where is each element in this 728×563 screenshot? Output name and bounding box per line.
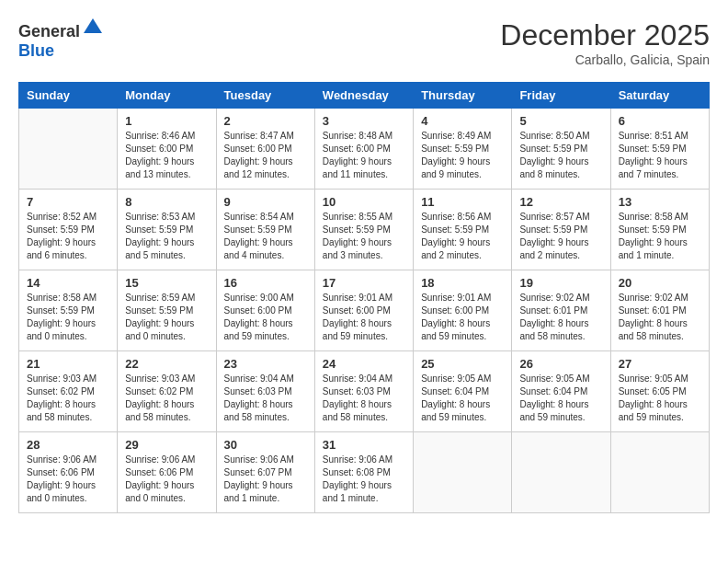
day-number: 4	[421, 114, 504, 128]
page-header: General Blue December 2025 Carballo, Gal…	[18, 18, 710, 67]
day-number: 10	[323, 195, 405, 209]
calendar-cell: 29Sunrise: 9:06 AMSunset: 6:06 PMDayligh…	[118, 432, 216, 513]
day-info: Sunrise: 8:59 AMSunset: 5:59 PMDaylight:…	[125, 292, 208, 343]
calendar-cell	[610, 432, 709, 513]
day-info: Sunrise: 9:01 AMSunset: 6:00 PMDaylight:…	[421, 292, 504, 343]
day-number: 2	[224, 114, 307, 128]
calendar-cell: 5Sunrise: 8:50 AMSunset: 5:59 PMDaylight…	[512, 109, 610, 190]
calendar-cell: 23Sunrise: 9:04 AMSunset: 6:03 PMDayligh…	[216, 351, 314, 432]
day-info: Sunrise: 9:06 AMSunset: 6:06 PMDaylight:…	[125, 454, 208, 505]
day-number: 29	[125, 438, 208, 452]
day-number: 13	[619, 195, 701, 209]
calendar-cell: 3Sunrise: 8:48 AMSunset: 6:00 PMDaylight…	[314, 109, 413, 190]
day-info: Sunrise: 9:02 AMSunset: 6:01 PMDaylight:…	[519, 292, 602, 343]
day-info: Sunrise: 9:03 AMSunset: 6:02 PMDaylight:…	[125, 373, 208, 424]
day-info: Sunrise: 9:05 AMSunset: 6:04 PMDaylight:…	[519, 373, 602, 424]
calendar-cell: 15Sunrise: 8:59 AMSunset: 5:59 PMDayligh…	[118, 270, 216, 351]
calendar-cell: 10Sunrise: 8:55 AMSunset: 5:59 PMDayligh…	[314, 190, 413, 270]
day-info: Sunrise: 8:56 AMSunset: 5:59 PMDaylight:…	[421, 211, 504, 262]
day-info: Sunrise: 8:47 AMSunset: 6:00 PMDaylight:…	[224, 130, 307, 181]
day-info: Sunrise: 9:03 AMSunset: 6:02 PMDaylight:…	[27, 373, 109, 424]
day-number: 5	[519, 114, 602, 128]
calendar-week-4: 21Sunrise: 9:03 AMSunset: 6:02 PMDayligh…	[19, 351, 710, 432]
day-info: Sunrise: 9:06 AMSunset: 6:08 PMDaylight:…	[323, 454, 405, 505]
day-number: 17	[323, 276, 405, 290]
day-info: Sunrise: 9:01 AMSunset: 6:00 PMDaylight:…	[323, 292, 405, 343]
calendar-cell: 24Sunrise: 9:04 AMSunset: 6:03 PMDayligh…	[314, 351, 413, 432]
day-info: Sunrise: 9:02 AMSunset: 6:01 PMDaylight:…	[619, 292, 701, 343]
day-number: 30	[224, 438, 307, 452]
calendar-header-monday: Monday	[118, 83, 216, 109]
day-number: 21	[27, 357, 109, 371]
calendar-cell: 13Sunrise: 8:58 AMSunset: 5:59 PMDayligh…	[610, 190, 709, 270]
calendar-cell	[414, 432, 512, 513]
calendar-header-saturday: Saturday	[610, 83, 709, 109]
day-number: 7	[27, 195, 109, 209]
day-info: Sunrise: 8:54 AMSunset: 5:59 PMDaylight:…	[224, 211, 307, 262]
day-number: 16	[224, 276, 307, 290]
logo-general: General	[18, 22, 80, 40]
title-block: December 2025 Carballo, Galicia, Spain	[500, 18, 710, 67]
calendar-header-row: SundayMondayTuesdayWednesdayThursdayFrid…	[19, 83, 710, 109]
day-info: Sunrise: 8:55 AMSunset: 5:59 PMDaylight:…	[323, 211, 405, 262]
day-number: 19	[519, 276, 602, 290]
day-info: Sunrise: 8:58 AMSunset: 5:59 PMDaylight:…	[619, 211, 701, 262]
calendar-week-5: 28Sunrise: 9:06 AMSunset: 6:06 PMDayligh…	[19, 432, 710, 513]
day-info: Sunrise: 8:53 AMSunset: 5:59 PMDaylight:…	[125, 211, 208, 262]
calendar-week-2: 7Sunrise: 8:52 AMSunset: 5:59 PMDaylight…	[19, 190, 710, 270]
calendar-cell: 18Sunrise: 9:01 AMSunset: 6:00 PMDayligh…	[414, 270, 512, 351]
calendar-header-thursday: Thursday	[414, 83, 512, 109]
calendar-cell: 11Sunrise: 8:56 AMSunset: 5:59 PMDayligh…	[414, 190, 512, 270]
calendar-cell: 20Sunrise: 9:02 AMSunset: 6:01 PMDayligh…	[610, 270, 709, 351]
calendar-week-3: 14Sunrise: 8:58 AMSunset: 5:59 PMDayligh…	[19, 270, 710, 351]
calendar-header-friday: Friday	[512, 83, 610, 109]
svg-marker-0	[84, 18, 102, 33]
logo: General Blue	[18, 18, 104, 61]
day-info: Sunrise: 9:06 AMSunset: 6:06 PMDaylight:…	[27, 454, 109, 505]
day-info: Sunrise: 8:48 AMSunset: 6:00 PMDaylight:…	[323, 130, 405, 181]
day-number: 24	[323, 357, 405, 371]
day-info: Sunrise: 9:00 AMSunset: 6:00 PMDaylight:…	[224, 292, 307, 343]
day-info: Sunrise: 9:05 AMSunset: 6:04 PMDaylight:…	[421, 373, 504, 424]
calendar-week-1: 1Sunrise: 8:46 AMSunset: 6:00 PMDaylight…	[19, 109, 710, 190]
calendar-cell: 26Sunrise: 9:05 AMSunset: 6:04 PMDayligh…	[512, 351, 610, 432]
logo-icon	[82, 17, 104, 35]
calendar-cell: 17Sunrise: 9:01 AMSunset: 6:00 PMDayligh…	[314, 270, 413, 351]
calendar-cell	[512, 432, 610, 513]
calendar-cell: 16Sunrise: 9:00 AMSunset: 6:00 PMDayligh…	[216, 270, 314, 351]
calendar-cell: 21Sunrise: 9:03 AMSunset: 6:02 PMDayligh…	[19, 351, 118, 432]
day-info: Sunrise: 9:04 AMSunset: 6:03 PMDaylight:…	[224, 373, 307, 424]
calendar-cell: 7Sunrise: 8:52 AMSunset: 5:59 PMDaylight…	[19, 190, 118, 270]
day-number: 28	[27, 438, 109, 452]
calendar-cell: 19Sunrise: 9:02 AMSunset: 6:01 PMDayligh…	[512, 270, 610, 351]
month-title: December 2025	[500, 18, 710, 52]
calendar-cell: 1Sunrise: 8:46 AMSunset: 6:00 PMDaylight…	[118, 109, 216, 190]
calendar-header-sunday: Sunday	[19, 83, 118, 109]
location: Carballo, Galicia, Spain	[500, 52, 710, 67]
day-number: 18	[421, 276, 504, 290]
day-number: 1	[125, 114, 208, 128]
calendar-header-wednesday: Wednesday	[314, 83, 413, 109]
day-info: Sunrise: 8:50 AMSunset: 5:59 PMDaylight:…	[519, 130, 602, 181]
calendar-table: SundayMondayTuesdayWednesdayThursdayFrid…	[18, 82, 710, 513]
calendar-cell: 8Sunrise: 8:53 AMSunset: 5:59 PMDaylight…	[118, 190, 216, 270]
day-number: 20	[619, 276, 701, 290]
calendar-cell: 30Sunrise: 9:06 AMSunset: 6:07 PMDayligh…	[216, 432, 314, 513]
day-number: 12	[519, 195, 602, 209]
calendar-cell: 31Sunrise: 9:06 AMSunset: 6:08 PMDayligh…	[314, 432, 413, 513]
calendar-cell: 27Sunrise: 9:05 AMSunset: 6:05 PMDayligh…	[610, 351, 709, 432]
calendar-cell: 9Sunrise: 8:54 AMSunset: 5:59 PMDaylight…	[216, 190, 314, 270]
calendar-cell	[19, 109, 118, 190]
calendar-cell: 12Sunrise: 8:57 AMSunset: 5:59 PMDayligh…	[512, 190, 610, 270]
day-number: 3	[323, 114, 405, 128]
calendar-cell: 25Sunrise: 9:05 AMSunset: 6:04 PMDayligh…	[414, 351, 512, 432]
day-info: Sunrise: 8:58 AMSunset: 5:59 PMDaylight:…	[27, 292, 109, 343]
day-info: Sunrise: 8:57 AMSunset: 5:59 PMDaylight:…	[519, 211, 602, 262]
day-number: 31	[323, 438, 405, 452]
day-info: Sunrise: 8:49 AMSunset: 5:59 PMDaylight:…	[421, 130, 504, 181]
day-info: Sunrise: 8:52 AMSunset: 5:59 PMDaylight:…	[27, 211, 109, 262]
logo-blue: Blue	[18, 41, 54, 60]
day-number: 27	[619, 357, 701, 371]
day-info: Sunrise: 8:46 AMSunset: 6:00 PMDaylight:…	[125, 130, 208, 181]
calendar-cell: 28Sunrise: 9:06 AMSunset: 6:06 PMDayligh…	[19, 432, 118, 513]
